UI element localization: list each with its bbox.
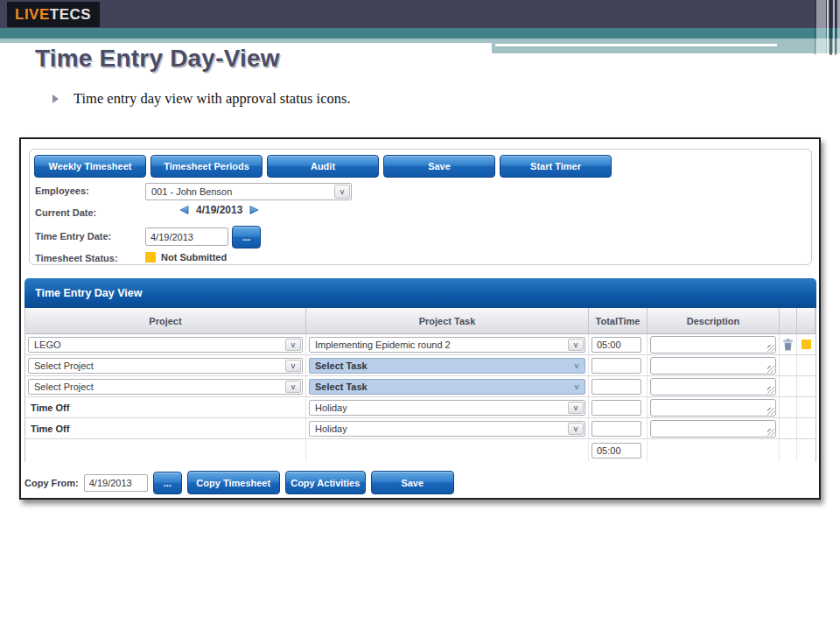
save-button[interactable]: Save — [383, 155, 495, 178]
description-textarea[interactable] — [650, 357, 776, 374]
timesheet-status-value: Not Submitted — [161, 252, 227, 262]
description-textarea[interactable] — [650, 420, 776, 438]
corner-stripe — [815, 0, 816, 55]
task-value: Holiday — [315, 402, 347, 413]
total-time-input[interactable] — [592, 337, 641, 353]
column-header-status — [797, 308, 816, 334]
chevron-down-icon: v — [285, 381, 301, 393]
weekly-timesheet-button[interactable]: Weekly Timesheet — [34, 155, 146, 178]
time-off-type-select[interactable]: Holiday v — [309, 421, 585, 437]
table-total-row — [25, 439, 306, 462]
project-select[interactable]: Select Project v — [28, 358, 303, 374]
project-select[interactable]: Select Project v — [28, 379, 303, 395]
chevron-down-icon: v — [570, 381, 584, 393]
description-textarea[interactable] — [650, 378, 776, 396]
livetecs-logo: LIVETECS — [7, 2, 100, 27]
column-header-actions — [780, 308, 797, 334]
logo-live-text: LIVE — [15, 6, 50, 24]
task-value: Select Task — [315, 360, 368, 371]
current-date-value: 4/19/2013 — [196, 204, 242, 216]
table-row: Select Project v — [25, 376, 306, 397]
description-textarea[interactable] — [650, 336, 776, 354]
status-color-square — [145, 252, 156, 262]
table-row: Time Off — [25, 418, 306, 439]
time-off-type-select[interactable]: Holiday v — [309, 400, 585, 416]
chevron-down-icon: v — [334, 185, 350, 199]
employees-select[interactable]: 001 - John Benson v — [145, 183, 352, 200]
total-time-input[interactable] — [592, 379, 641, 395]
logo-tecs-text: TECS — [50, 6, 91, 24]
employees-selected-value: 001 - John Benson — [151, 186, 232, 197]
day-view-panel: Time Entry Day View Project Project Task… — [24, 278, 816, 462]
page-title: Time Entry Day-View — [35, 45, 280, 73]
total-time-input[interactable] — [592, 358, 641, 374]
toolbar: Weekly Timesheet Timesheet Periods Audit… — [34, 155, 612, 178]
column-header-totaltime: TotalTime — [589, 308, 648, 334]
total-time-input[interactable] — [592, 421, 641, 437]
task-select[interactable]: Implementing Epidemic round 2 v — [309, 337, 585, 353]
chevron-down-icon: v — [568, 339, 584, 351]
delete-row-button[interactable] — [782, 339, 794, 351]
white-accent-line — [495, 44, 777, 46]
task-value: Implementing Epidemic round 2 — [315, 340, 451, 350]
trash-icon — [782, 339, 794, 351]
next-day-icon[interactable] — [248, 205, 260, 215]
panel-title: Time Entry Day View — [24, 278, 816, 308]
corner-stripe — [835, 0, 836, 55]
copy-from-browse-button[interactable]: ... — [153, 472, 182, 494]
column-header-description: Description — [648, 308, 780, 334]
total-time-input[interactable] — [592, 400, 641, 416]
employees-label: Employees: — [35, 186, 89, 196]
copy-from-date-input[interactable] — [84, 474, 148, 492]
copy-activities-button[interactable]: Copy Activities — [285, 471, 366, 494]
footer-action-bar: Copy From: ... Copy Timesheet Copy Activ… — [24, 471, 454, 494]
app-screenshot-frame: Weekly Timesheet Timesheet Periods Audit… — [19, 137, 821, 500]
audit-button[interactable]: Audit — [267, 155, 379, 178]
description-textarea[interactable] — [650, 399, 776, 416]
task-value: Select Task — [315, 382, 368, 392]
project-value: Select Project — [34, 360, 94, 371]
task-select-disabled[interactable]: Select Task v — [309, 379, 585, 395]
time-entry-date-input[interactable] — [145, 228, 228, 246]
time-off-label: Time Off — [28, 402, 69, 413]
chevron-down-icon: v — [570, 360, 584, 372]
copy-timesheet-button[interactable]: Copy Timesheet — [187, 471, 280, 494]
project-select[interactable]: LEGO v — [28, 337, 303, 353]
corner-stripe — [816, 0, 826, 55]
column-header-project: Project — [25, 308, 306, 334]
time-off-label: Time Off — [28, 424, 69, 434]
task-select-disabled[interactable]: Select Task v — [309, 358, 585, 374]
approval-status-square — [802, 340, 811, 349]
time-entry-table: Project Project Task TotalTime Descripti… — [24, 308, 816, 462]
day-total-input[interactable] — [592, 443, 641, 458]
corner-stripe — [830, 0, 832, 55]
chevron-down-icon: v — [568, 402, 584, 414]
table-row: Time Off — [25, 397, 306, 418]
project-value: LEGO — [34, 340, 61, 350]
chevron-down-icon: v — [285, 339, 301, 351]
column-header-task: Project Task — [306, 308, 589, 334]
toolbar-panel: Weekly Timesheet Timesheet Periods Audit… — [29, 149, 812, 265]
slide-top-bar: LIVETECS — [0, 0, 840, 28]
bullet-triangle-icon — [52, 94, 59, 103]
corner-stripe — [827, 0, 829, 55]
project-value: Select Project — [34, 382, 94, 392]
bullet-item: Time entry day view with approval status… — [52, 90, 351, 108]
table-row: LEGO v — [25, 334, 306, 355]
previous-day-icon[interactable] — [178, 205, 190, 215]
chevron-down-icon: v — [285, 360, 301, 372]
copy-from-label: Copy From: — [24, 478, 79, 488]
time-entry-date-label: Time Entry Date: — [35, 231, 111, 242]
bullet-text: Time entry day view with approval status… — [74, 90, 351, 108]
teal-accent-bar — [0, 28, 840, 38]
task-value: Holiday — [315, 424, 347, 434]
light-teal-strip-left — [0, 38, 492, 43]
current-date-label: Current Date: — [35, 207, 96, 218]
current-date-navigator: 4/19/2013 — [178, 204, 260, 216]
start-timer-button[interactable]: Start Timer — [500, 155, 612, 178]
chevron-down-icon: v — [568, 423, 584, 435]
timesheet-status-label: Timesheet Status: — [35, 253, 118, 263]
footer-save-button[interactable]: Save — [371, 471, 454, 494]
timesheet-periods-button[interactable]: Timesheet Periods — [150, 155, 262, 178]
date-browse-button[interactable]: ... — [232, 226, 261, 248]
